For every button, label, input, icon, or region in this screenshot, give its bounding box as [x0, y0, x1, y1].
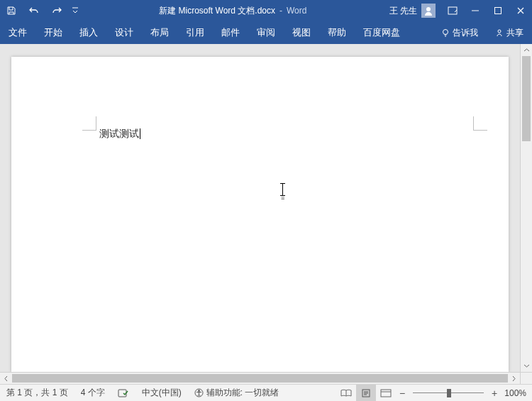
scroll-left-button[interactable] — [0, 373, 12, 385]
tab-baidu-netdisk[interactable]: 百度网盘 — [355, 21, 409, 44]
accessibility-label: 辅助功能: 一切就绪 — [206, 387, 279, 399]
svg-rect-9 — [381, 390, 391, 397]
share-button[interactable]: 共享 — [487, 21, 532, 44]
hscroll-thumb[interactable] — [12, 374, 508, 383]
word-count-label: 4 个字 — [81, 387, 105, 399]
document-name: 新建 Microsoft Word 文档.docx — [159, 5, 275, 17]
margin-corner-top-left — [82, 116, 96, 131]
scroll-down-button[interactable] — [521, 360, 532, 372]
tab-view[interactable]: 视图 — [284, 21, 319, 44]
minus-icon: − — [399, 388, 405, 399]
horizontal-scrollbar[interactable] — [0, 372, 520, 384]
minimize-icon — [471, 6, 480, 15]
page-number-label: 第 1 页，共 1 页 — [6, 387, 68, 399]
quick-access-toolbar — [0, 0, 82, 21]
tell-me-button[interactable]: 告诉我 — [433, 21, 487, 44]
account-area[interactable]: 王 先生 — [384, 4, 441, 18]
document-body-text[interactable]: 测试测试 — [99, 128, 140, 141]
person-icon — [423, 6, 433, 16]
zoom-percent-button[interactable]: 100% — [501, 388, 532, 398]
word-count-status[interactable]: 4 个字 — [74, 385, 111, 401]
language-label: 中文(中国) — [142, 387, 182, 399]
qat-customize-button[interactable] — [68, 0, 82, 21]
redo-icon — [51, 6, 62, 16]
view-read-mode-button[interactable] — [336, 385, 356, 402]
view-web-layout-button[interactable] — [376, 385, 396, 402]
view-print-layout-button[interactable] — [356, 385, 376, 402]
svg-point-7 — [198, 390, 199, 392]
undo-button[interactable] — [23, 0, 45, 21]
save-button[interactable] — [0, 0, 23, 21]
chevron-down-icon — [72, 7, 79, 14]
zoom-slider[interactable] — [413, 385, 484, 402]
svg-point-4 — [498, 30, 501, 33]
tab-layout[interactable]: 布局 — [142, 21, 177, 44]
ribbon-tabs: 文件 开始 插入 设计 布局 引用 邮件 审阅 视图 帮助 百度网盘 告诉我 共… — [0, 21, 532, 44]
caret-right-icon — [511, 375, 517, 382]
ribbon-display-options-button[interactable] — [441, 0, 464, 21]
zoom-percent-label: 100% — [504, 388, 526, 398]
tab-design[interactable]: 设计 — [106, 21, 142, 44]
document-viewport: 测试测试 ≡ — [0, 44, 532, 372]
tab-references[interactable]: 引用 — [177, 21, 213, 44]
margin-corner-top-right — [473, 116, 487, 131]
tell-me-label: 告诉我 — [453, 27, 478, 39]
maximize-button[interactable] — [487, 0, 509, 21]
vscroll-thumb[interactable] — [522, 56, 531, 141]
vertical-scrollbar[interactable] — [520, 44, 532, 372]
title-separator: - — [279, 6, 282, 16]
close-icon — [516, 6, 525, 15]
print-layout-icon — [361, 389, 371, 397]
svg-point-3 — [443, 30, 448, 35]
spellcheck-status[interactable] — [111, 385, 135, 401]
vscroll-track[interactable] — [521, 56, 532, 360]
redo-button[interactable] — [45, 0, 68, 21]
window-title: 新建 Microsoft Word 文档.docx - Word — [82, 5, 384, 17]
share-icon — [495, 28, 504, 37]
accessibility-icon — [194, 388, 204, 397]
save-icon — [6, 6, 16, 16]
zoom-out-button[interactable]: − — [396, 388, 409, 399]
tab-insert[interactable]: 插入 — [71, 21, 106, 44]
scroll-up-button[interactable] — [521, 44, 532, 56]
share-label: 共享 — [506, 27, 523, 39]
caret-down-icon — [523, 363, 530, 369]
text-caret — [140, 128, 140, 139]
title-bar: 新建 Microsoft Word 文档.docx - Word 王 先生 — [0, 0, 532, 21]
maximize-icon — [494, 6, 502, 15]
scroll-right-button[interactable] — [508, 373, 520, 385]
plus-icon: + — [492, 388, 497, 399]
undo-icon — [28, 6, 40, 16]
lightbulb-icon — [441, 28, 450, 37]
scroll-corner — [520, 372, 532, 384]
tab-review[interactable]: 审阅 — [248, 21, 284, 44]
caret-up-icon — [523, 47, 530, 53]
close-button[interactable] — [509, 0, 532, 21]
svg-rect-5 — [118, 390, 126, 397]
page[interactable]: 测试测试 ≡ — [11, 57, 509, 372]
zoom-in-button[interactable]: + — [488, 388, 501, 399]
ribbon-options-icon — [448, 6, 458, 15]
app-name: Word — [287, 6, 306, 16]
tab-file[interactable]: 文件 — [0, 21, 35, 44]
zoom-thumb[interactable] — [447, 389, 451, 397]
account-avatar — [421, 4, 436, 18]
language-status[interactable]: 中文(中国) — [135, 385, 188, 401]
accessibility-status[interactable]: 辅助功能: 一切就绪 — [188, 385, 286, 401]
minimize-button[interactable] — [464, 0, 487, 21]
account-name: 王 先生 — [389, 5, 417, 17]
status-bar: 第 1 页，共 1 页 4 个字 中文(中国) 辅助功能: 一切就绪 − + 1… — [0, 384, 532, 401]
document-area: 测试测试 ≡ — [0, 44, 532, 384]
tab-home[interactable]: 开始 — [35, 21, 71, 44]
mouse-text-cursor: ≡ — [281, 183, 284, 199]
web-layout-icon — [380, 389, 392, 397]
svg-point-0 — [426, 7, 431, 11]
spellcheck-icon — [118, 388, 129, 398]
read-mode-icon — [340, 389, 352, 397]
tab-mailings[interactable]: 邮件 — [213, 21, 248, 44]
text-run: 测试测试 — [99, 128, 139, 139]
tab-help[interactable]: 帮助 — [319, 21, 355, 44]
page-number-status[interactable]: 第 1 页，共 1 页 — [0, 385, 74, 401]
app-window: 新建 Microsoft Word 文档.docx - Word 王 先生 文件… — [0, 0, 532, 401]
svg-rect-2 — [495, 8, 501, 14]
